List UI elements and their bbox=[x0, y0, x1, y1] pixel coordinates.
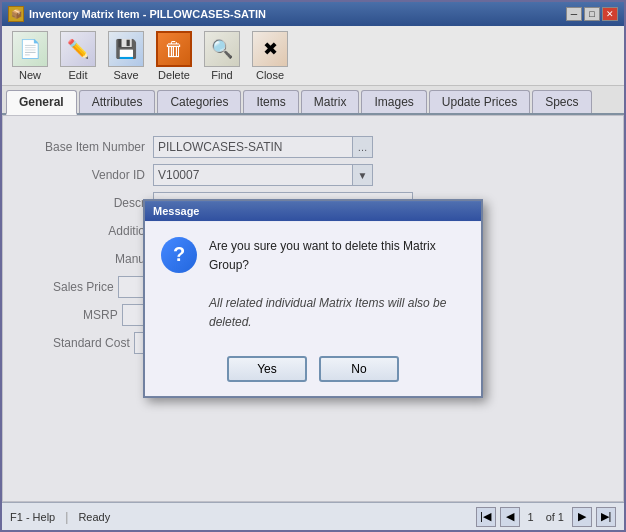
tab-images[interactable]: Images bbox=[361, 90, 426, 113]
delete-label: Delete bbox=[158, 69, 190, 81]
tab-update-prices[interactable]: Update Prices bbox=[429, 90, 530, 113]
save-label: Save bbox=[113, 69, 138, 81]
title-bar: 📦 Inventory Matrix Item - PILLOWCASES-SA… bbox=[2, 2, 624, 26]
status-separator: | bbox=[65, 510, 68, 524]
dialog-title: Message bbox=[153, 205, 199, 217]
new-label: New bbox=[19, 69, 41, 81]
main-window: 📦 Inventory Matrix Item - PILLOWCASES-SA… bbox=[0, 0, 626, 532]
dialog-body: ? Are you sure you want to delete this M… bbox=[145, 221, 481, 349]
close-button[interactable]: ✖ Close bbox=[250, 31, 290, 81]
window-title: Inventory Matrix Item - PILLOWCASES-SATI… bbox=[29, 8, 266, 20]
nav-first-button[interactable]: |◀ bbox=[476, 507, 496, 527]
nav-current-page: 1 bbox=[528, 511, 534, 523]
title-bar-left: 📦 Inventory Matrix Item - PILLOWCASES-SA… bbox=[8, 6, 266, 22]
edit-button[interactable]: ✏️ Edit bbox=[58, 31, 98, 81]
tab-attributes[interactable]: Attributes bbox=[79, 90, 156, 113]
status-help: F1 - Help bbox=[10, 511, 55, 523]
status-left: F1 - Help | Ready bbox=[10, 510, 110, 524]
tab-items[interactable]: Items bbox=[243, 90, 298, 113]
delete-dialog: Message ? Are you sure you want to delet… bbox=[143, 199, 483, 399]
dialog-line1: Are you sure you want to delete this Mat… bbox=[209, 237, 465, 275]
dialog-no-button[interactable]: No bbox=[319, 356, 399, 382]
window-icon: 📦 bbox=[8, 6, 24, 22]
close-label: Close bbox=[256, 69, 284, 81]
tab-matrix[interactable]: Matrix bbox=[301, 90, 360, 113]
maximize-button[interactable]: □ bbox=[584, 7, 600, 21]
nav-last-button[interactable]: ▶| bbox=[596, 507, 616, 527]
save-button[interactable]: 💾 Save bbox=[106, 31, 146, 81]
delete-button[interactable]: 🗑 Delete bbox=[154, 31, 194, 81]
dialog-question-icon: ? bbox=[161, 237, 197, 273]
nav-page-of: of 1 bbox=[546, 511, 564, 523]
tab-general[interactable]: General bbox=[6, 90, 77, 115]
main-content: Base Item Number … Vendor ID ▼ Descr bbox=[2, 115, 624, 502]
find-button[interactable]: 🔍 Find bbox=[202, 31, 242, 81]
edit-icon: ✏️ bbox=[60, 31, 96, 67]
status-ready: Ready bbox=[78, 511, 110, 523]
dialog-text: Are you sure you want to delete this Mat… bbox=[209, 237, 465, 333]
close-icon: ✖ bbox=[252, 31, 288, 67]
nav-prev-button[interactable]: ◀ bbox=[500, 507, 520, 527]
save-icon: 💾 bbox=[108, 31, 144, 67]
find-label: Find bbox=[211, 69, 232, 81]
new-button[interactable]: 📄 New bbox=[10, 31, 50, 81]
new-icon: 📄 bbox=[12, 31, 48, 67]
find-icon: 🔍 bbox=[204, 31, 240, 67]
status-bar: F1 - Help | Ready |◀ ◀ 1 of 1 ▶ ▶| bbox=[2, 502, 624, 530]
title-buttons: ─ □ ✕ bbox=[566, 7, 618, 21]
dialog-title-bar: Message bbox=[145, 201, 481, 221]
dialog-yes-button[interactable]: Yes bbox=[227, 356, 307, 382]
dialog-line2: All related individual Matrix Items will… bbox=[209, 294, 465, 332]
tab-specs[interactable]: Specs bbox=[532, 90, 591, 113]
tab-bar: General Attributes Categories Items Matr… bbox=[2, 86, 624, 115]
close-window-button[interactable]: ✕ bbox=[602, 7, 618, 21]
tab-categories[interactable]: Categories bbox=[157, 90, 241, 113]
nav-next-button[interactable]: ▶ bbox=[572, 507, 592, 527]
status-navigation: |◀ ◀ 1 of 1 ▶ ▶| bbox=[476, 507, 616, 527]
toolbar: 📄 New ✏️ Edit 💾 Save 🗑 Delete 🔍 Find ✖ C… bbox=[2, 26, 624, 86]
minimize-button[interactable]: ─ bbox=[566, 7, 582, 21]
delete-icon: 🗑 bbox=[156, 31, 192, 67]
edit-label: Edit bbox=[69, 69, 88, 81]
dialog-buttons: Yes No bbox=[145, 348, 481, 396]
